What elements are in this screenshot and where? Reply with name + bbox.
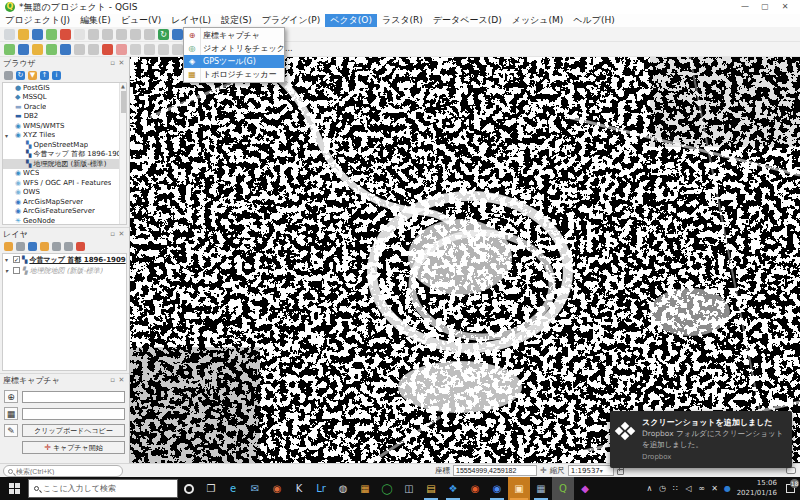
tree-wfs-ogc[interactable]: ◉ WFS / OGC API - Features [3, 178, 126, 188]
undo-icon[interactable] [172, 44, 183, 55]
browser-refresh-icon[interactable]: ↻ [16, 71, 25, 80]
browser-close-icon[interactable]: ✕ [117, 59, 126, 67]
tree-arcgis-mapserver[interactable]: ◉ ArcGisMapServer [3, 197, 126, 207]
menu-view[interactable]: ビュー(V) [116, 14, 167, 27]
toggle-editing-icon[interactable] [74, 44, 85, 55]
menu-database[interactable]: データベース(D) [428, 14, 507, 27]
scroll-thumb[interactable] [121, 91, 126, 113]
locator-input[interactable] [16, 468, 118, 475]
layer-gsi-map[interactable]: ▾ ▚ 地理院地図 (新版-標準) [3, 265, 126, 276]
taskbar-capture-app-icon[interactable]: ▣ [508, 477, 530, 500]
add-database-layer-icon[interactable] [32, 44, 43, 55]
layers-close-icon[interactable]: ✕ [117, 230, 126, 238]
identify-features-icon[interactable] [172, 29, 183, 40]
minimize-button[interactable]: — [735, 0, 755, 14]
taskbar-dark-app-icon[interactable]: K [288, 477, 310, 500]
menu-plugins[interactable]: プラグイン(P) [257, 14, 326, 27]
menu-help[interactable]: ヘルプ(H) [568, 14, 619, 27]
layer-visibility-checkbox[interactable] [13, 267, 20, 274]
taskbar-maps-app-icon[interactable]: ▦ [530, 477, 552, 500]
tree-konjaku-map[interactable]: ▚ 今昔マップ 首都 1896-1909 [3, 150, 126, 160]
expand-arrow-icon[interactable]: ▾ [5, 256, 8, 263]
taskbar-recorder-icon[interactable]: ◯ [376, 477, 398, 500]
capture-coord-field-2[interactable] [22, 408, 125, 420]
tray-teams-icon[interactable]: ∷ [669, 484, 682, 493]
layer-konjaku-map[interactable]: ▾ ✓ ▚ 今昔マップ 首都 1896-1909 [3, 254, 126, 265]
tree-geonode[interactable]: ✳ GeoNode [3, 216, 126, 225]
task-view-button[interactable]: ❐ [200, 483, 222, 494]
tree-mssql[interactable]: ◆ MSSQL [3, 93, 126, 103]
tree-arcgis-featureserver[interactable]: ◉ ArcGisFeatureServer [3, 207, 126, 217]
dropbox-notification[interactable]: スクリーンショットを追加しました Dropbox フォルダにスクリーンショットを… [610, 411, 792, 468]
zoom-full-icon[interactable] [116, 29, 127, 40]
taskbar-edge-icon[interactable]: e [222, 477, 244, 500]
browser-info-icon[interactable]: i [52, 71, 61, 80]
menuitem-gps-tools[interactable]: ◈ GPSツール(G) [184, 55, 284, 68]
scale-combobox[interactable]: 1:19537 ▾ [568, 465, 614, 476]
zoom-in-icon[interactable] [88, 29, 99, 40]
coordinate-input[interactable] [453, 465, 537, 476]
extent-icon[interactable]: ✛ [540, 466, 547, 475]
expand-all-icon[interactable] [64, 242, 73, 251]
move-feature-icon[interactable] [144, 44, 155, 55]
menuitem-check-geometry[interactable]: ◎ ジオメトリをチェック... [184, 42, 284, 55]
layer-visibility-checkbox[interactable]: ✓ [13, 256, 20, 263]
maximize-button[interactable]: ▢ [755, 0, 775, 14]
capture-close-icon[interactable]: ✕ [117, 376, 126, 384]
tree-wcs[interactable]: ◉ WCS [3, 169, 126, 179]
layer-styling-icon[interactable] [4, 242, 13, 251]
layout-manager-icon[interactable] [60, 29, 71, 40]
menu-edit[interactable]: 編集(E) [75, 14, 116, 27]
tree-oracle[interactable]: ▬ Oracle [3, 102, 126, 112]
taskbar-explorer-icon[interactable]: ▤ [420, 477, 442, 500]
menu-layer[interactable]: レイヤ(L) [166, 14, 216, 27]
action-center-button[interactable]: 18 [780, 477, 800, 500]
remove-layer-icon[interactable] [76, 242, 85, 251]
grid-icon[interactable]: ▦ [4, 407, 18, 420]
tree-ows[interactable]: ◉ OWS [3, 188, 126, 198]
track-mouse-icon[interactable]: ✎ [4, 424, 18, 437]
browser-float-icon[interactable]: ▫ [108, 59, 117, 67]
tray-clock-icon[interactable]: ◷ [656, 484, 669, 493]
capture-float-icon[interactable]: ▫ [108, 376, 117, 384]
taskbar-qgis-icon[interactable]: Q [552, 477, 574, 500]
taskbar-mail-icon[interactable]: ✉ [244, 477, 266, 500]
delete-selected-icon[interactable] [158, 44, 169, 55]
new-shapefile-icon[interactable] [46, 44, 57, 55]
zoom-next-icon[interactable] [144, 29, 155, 40]
taskbar-notes-icon[interactable]: ◫ [398, 477, 420, 500]
zoom-last-icon[interactable] [130, 29, 141, 40]
browser-filter-icon[interactable]: ▼ [28, 71, 37, 80]
add-group-icon[interactable] [16, 242, 25, 251]
expand-arrow-icon[interactable]: ▾ [5, 132, 8, 139]
taskbar-design-app-icon[interactable]: ◆ [574, 477, 596, 500]
messages-icon[interactable] [786, 467, 796, 474]
taskbar-search[interactable]: ここに入力して検索 [28, 479, 178, 498]
taskbar-github-icon[interactable]: ◍ [332, 477, 354, 500]
browser-add-layer-icon[interactable] [4, 71, 13, 80]
map-canvas[interactable] [130, 57, 800, 463]
taskbar-firefox-icon[interactable]: ◉ [464, 477, 486, 500]
taskbar-clock[interactable]: 15:06 2021/01/16 [734, 479, 780, 497]
add-vector-layer-icon[interactable] [4, 44, 15, 55]
menu-mesh[interactable]: メッシュ(M) [507, 14, 569, 27]
tree-wms-wmts[interactable]: ◉ WMS/WMTS [3, 121, 126, 131]
tree-openstreetmap[interactable]: ▚ OpenStreetMap [3, 140, 126, 150]
zoom-out-icon[interactable] [102, 29, 113, 40]
pan-map-icon[interactable] [74, 29, 85, 40]
menu-raster[interactable]: ラスタ(R) [377, 14, 428, 27]
refresh-map-icon[interactable]: ↻ [158, 29, 169, 40]
cortana-button[interactable] [178, 484, 200, 494]
close-button[interactable]: ✕ [775, 0, 795, 14]
new-project-icon[interactable] [4, 29, 15, 40]
tree-gsi-map[interactable]: ▚ 地理院地図 (新版-標準) [3, 159, 126, 169]
start-button[interactable] [0, 477, 28, 500]
lock-scale-icon[interactable] [617, 469, 624, 475]
tree-xyz-tiles[interactable]: ▾ ◉ XYZ Tiles [3, 131, 126, 141]
style-manager-icon[interactable] [46, 29, 57, 40]
manage-themes-icon[interactable] [28, 242, 37, 251]
filter-legend-icon[interactable] [40, 242, 49, 251]
browser-scrollbar[interactable]: ▲ [119, 83, 126, 224]
taskbar-office-icon[interactable]: ▦ [354, 477, 376, 500]
crosshair-icon[interactable]: ⊕ [4, 390, 18, 403]
